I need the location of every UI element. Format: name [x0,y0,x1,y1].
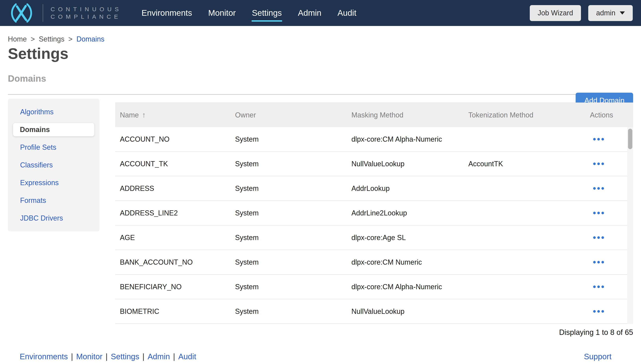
nav-item-environments[interactable]: Environments [142,8,192,18]
cell-masking-method: AddrLookup [347,184,464,192]
section-divider [8,94,633,95]
sidebar-item-classifiers[interactable]: Classifiers [8,156,100,174]
cell-owner: System [230,283,347,291]
footer-separator: | [142,352,144,361]
nav-item-settings[interactable]: Settings [252,8,282,18]
table-body: ACCOUNT_NO System dlpx-core:CM Alpha-Num… [115,127,627,324]
footer-link-audit[interactable]: Audit [178,352,196,361]
table-row: ADDRESS_LINE2 System AddrLine2Lookup [115,201,627,226]
sidebar-item-expressions[interactable]: Expressions [8,174,100,192]
cell-tokenization-method: AccountTK [464,160,577,168]
row-actions-menu-icon[interactable] [591,234,606,242]
nav-item-audit[interactable]: Audit [337,8,356,18]
sidebar-item-label: Expressions [20,179,59,187]
cell-owner: System [230,209,347,217]
footer-nav: Environments | Monitor | Settings | Admi… [20,352,196,361]
user-menu-label: admin [596,9,615,17]
cell-masking-method: dlpx-core:CM Alpha-Numeric [347,135,464,144]
sidebar-item-label: Algorithms [20,108,54,116]
table-row: BENEFICIARY_NO System dlpx-core:CM Alpha… [115,275,627,299]
cell-masking-method: AddrLine2Lookup [347,209,464,217]
table-row: BANK_ACCOUNT_NO System dlpx-core:CM Nume… [115,250,627,275]
primary-nav: Environments Monitor Settings Admin Audi… [142,8,356,18]
cell-name: BENEFICIARY_NO [115,283,230,291]
table-scrollbar-thumb[interactable] [628,129,632,149]
main-content: Home > Settings > Domains Settings Add D… [0,35,641,337]
column-header-actions: Actions [577,111,633,119]
footer-separator: | [173,352,175,361]
breadcrumb-domains[interactable]: Domains [76,35,104,43]
domains-table: Name ↑ Owner Masking Method Tokenization… [115,102,633,324]
cell-name: ADDRESS [115,184,230,192]
table-scrollbar-track[interactable] [627,127,633,324]
sidebar-item-profile-sets[interactable]: Profile Sets [8,138,100,156]
pagination-status: Displaying 1 to 8 of 65 [8,328,633,337]
footer-link-admin[interactable]: Admin [148,352,170,361]
breadcrumb: Home > Settings > Domains [8,35,633,43]
nav-item-admin[interactable]: Admin [298,8,321,18]
footer-link-environments[interactable]: Environments [20,352,68,361]
footer-link-settings[interactable]: Settings [111,352,139,361]
sidebar-item-domains[interactable]: Domains [13,121,94,138]
cell-masking-method: dlpx-core:Age SL [347,234,464,242]
cell-name: ADDRESS_LINE2 [115,209,230,217]
breadcrumb-separator: > [31,35,35,43]
table-row: AGE System dlpx-core:Age SL [115,226,627,250]
delphix-logo-icon [8,3,35,23]
sidebar-item-label: Profile Sets [20,143,56,152]
column-header-masking-method[interactable]: Masking Method [347,111,464,119]
column-header-name[interactable]: Name ↑ [115,111,230,119]
page-title: Settings [8,45,633,62]
support-link[interactable]: Support [584,352,611,361]
caret-down-icon [620,12,625,14]
cell-masking-method: NullValueLookup [347,307,464,316]
brand-line-1: CONTINUOUS [51,6,122,13]
sidebar-item-label: Domains [13,123,94,136]
row-actions-menu-icon[interactable] [591,307,606,316]
cell-owner: System [230,184,347,192]
table-row: ACCOUNT_TK System NullValueLookup Accoun… [115,152,627,176]
cell-name: ACCOUNT_NO [115,135,230,144]
column-header-owner[interactable]: Owner [230,111,347,119]
sidebar-item-label: Classifiers [20,161,53,169]
brand-logo-link[interactable]: CONTINUOUS COMPLIANCE [8,3,122,23]
sidebar-item-algorithms[interactable]: Algorithms [8,103,100,121]
cell-name: BIOMETRIC [115,307,230,316]
footer-separator: | [71,352,73,361]
settings-sidebar: Algorithms Domains Profile Sets Classifi… [8,99,100,232]
column-header-tokenization-method[interactable]: Tokenization Method [464,111,577,119]
sidebar-item-jdbc-drivers[interactable]: JDBC Drivers [8,209,100,227]
user-menu-button[interactable]: admin [588,5,633,21]
cell-name: BANK_ACCOUNT_NO [115,258,230,266]
footer-link-monitor[interactable]: Monitor [76,352,102,361]
cell-owner: System [230,258,347,266]
cell-masking-method: dlpx-core:CM Alpha-Numeric [347,283,464,291]
table-row: BIOMETRIC System NullValueLookup [115,299,627,324]
row-actions-menu-icon[interactable] [591,135,606,143]
cell-masking-method: dlpx-core:CM Numeric [347,258,464,266]
row-actions-menu-icon[interactable] [591,283,606,291]
sidebar-item-formats[interactable]: Formats [8,192,100,209]
row-actions-menu-icon[interactable] [591,258,606,266]
row-actions-menu-icon[interactable] [591,160,606,168]
breadcrumb-home[interactable]: Home [8,35,27,43]
nav-item-monitor[interactable]: Monitor [208,8,236,18]
cell-name: AGE [115,234,230,242]
row-actions-menu-icon[interactable] [591,209,606,217]
page-subtitle: Domains [8,74,633,84]
brand-line-2: COMPLIANCE [51,13,122,20]
table-row: ADDRESS System AddrLookup [115,176,627,201]
cell-owner: System [230,307,347,316]
navbar-actions: Job Wizard admin [530,5,633,21]
job-wizard-button[interactable]: Job Wizard [530,5,581,21]
row-actions-menu-icon[interactable] [591,184,606,192]
table-row: ACCOUNT_NO System dlpx-core:CM Alpha-Num… [115,127,627,152]
page-footer: Environments | Monitor | Settings | Admi… [0,350,641,364]
cell-owner: System [230,160,347,168]
footer-separator: | [106,352,108,361]
breadcrumb-settings[interactable]: Settings [39,35,64,43]
brand-name: CONTINUOUS COMPLIANCE [51,6,122,20]
top-navbar: CONTINUOUS COMPLIANCE Environments Monit… [0,0,641,26]
cell-owner: System [230,234,347,242]
cell-name: ACCOUNT_TK [115,160,230,168]
